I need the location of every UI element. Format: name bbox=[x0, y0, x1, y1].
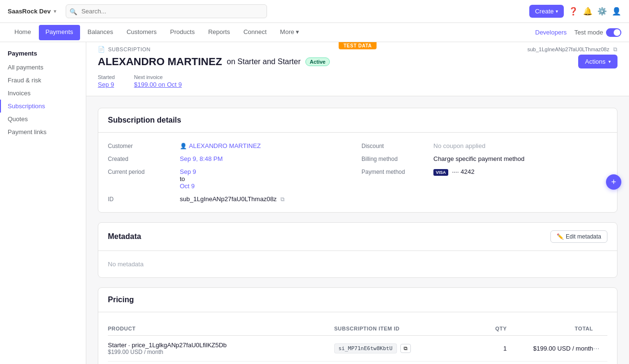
main-content: TEST DATA 📄 SUBSCRIPTION sub_1LgIneANp27… bbox=[86, 42, 629, 364]
details-right: Discount No coupon applied Billing metho… bbox=[361, 142, 607, 203]
pricing-si-1: si_MP71nE6tw8KbtU ⧉ bbox=[334, 336, 468, 362]
billing-method-detail: Billing method Charge specific payment m… bbox=[361, 155, 607, 162]
create-button[interactable]: Create ▾ bbox=[529, 5, 564, 18]
pricing-product-1: Starter · price_1LglkgANp27faU0LfilKZ5Db… bbox=[108, 336, 334, 362]
subscription-details-title: Subscription details bbox=[108, 116, 181, 125]
create-chevron-icon: ▾ bbox=[556, 9, 558, 14]
pricing-total-2: Varies with usage bbox=[507, 362, 593, 364]
pricing-menu-2: ··· bbox=[593, 362, 607, 364]
bell-icon[interactable]: 🔔 bbox=[583, 7, 593, 16]
pricing-qty-2 bbox=[468, 362, 507, 364]
search-input[interactable] bbox=[66, 4, 267, 18]
tab-customers[interactable]: Customers bbox=[120, 23, 163, 42]
tab-more[interactable]: More ▾ bbox=[273, 23, 306, 42]
created-detail: Created Sep 9, 8:48 PM bbox=[108, 155, 354, 162]
app-logo[interactable]: SaasRock Dev ▾ bbox=[8, 8, 56, 15]
toggle-knob bbox=[614, 29, 620, 36]
no-metadata-text: No metadata bbox=[108, 259, 143, 270]
id-copy-icon[interactable]: ⧉ bbox=[280, 196, 285, 203]
top-bar: SaasRock Dev ▾ 🔍 Create ▾ ❓ 🔔 ⚙️ 👤 bbox=[0, 0, 629, 23]
started-block: Started Sep 9 bbox=[98, 74, 115, 88]
float-add-button[interactable]: + bbox=[606, 174, 621, 190]
sidebar-title: Payments bbox=[0, 50, 86, 61]
discount-value: No coupon applied bbox=[433, 142, 485, 149]
tab-connect[interactable]: Connect bbox=[237, 23, 273, 42]
discount-label: Discount bbox=[361, 142, 433, 149]
test-mode-switch[interactable] bbox=[606, 28, 621, 37]
pricing-total-1: $199.00 USD / month bbox=[507, 336, 593, 362]
pricing-qty-1: 1 bbox=[468, 336, 507, 362]
si-badge-1: si_MP71nE6tw8KbtU bbox=[334, 343, 397, 353]
next-invoice-amount[interactable]: $199.00 on Oct 9 bbox=[134, 81, 182, 88]
layout: Payments All payments Fraud & risk Invoi… bbox=[0, 42, 629, 364]
content-area: Subscription details Customer 👤 ALEXA bbox=[86, 96, 629, 364]
search-bar: 🔍 bbox=[66, 4, 267, 18]
tab-products[interactable]: Products bbox=[163, 23, 201, 42]
subscription-details-body: Customer 👤 ALEXANDRO MARTINEZ Created bbox=[98, 133, 617, 212]
customer-label: Customer bbox=[108, 142, 180, 149]
next-invoice-label: Next invoice bbox=[134, 74, 182, 80]
pricing-more-icon-1[interactable]: ··· bbox=[593, 344, 599, 353]
payment-method-label: Payment method bbox=[361, 168, 433, 175]
tab-payments[interactable]: Payments bbox=[39, 25, 80, 40]
sidebar-item-subscriptions[interactable]: Subscriptions bbox=[0, 100, 86, 113]
gear-icon[interactable]: ⚙️ bbox=[597, 7, 607, 16]
created-link[interactable]: Sep 9, 8:48 PM bbox=[180, 155, 223, 162]
payment-method-value: VISA ···· 4242 bbox=[433, 168, 475, 175]
user-icon[interactable]: 👤 bbox=[612, 7, 621, 16]
pricing-col-qty: QTY bbox=[468, 322, 507, 336]
period-start-link[interactable]: Sep 9 bbox=[180, 168, 196, 175]
tab-home[interactable]: Home bbox=[8, 23, 38, 42]
si-copy-btn-1[interactable]: ⧉ bbox=[400, 344, 411, 353]
customer-link[interactable]: 👤 ALEXANDRO MARTINEZ bbox=[180, 142, 261, 149]
sub-title: ALEXANDRO MARTINEZ on Starter and Starte… bbox=[98, 56, 330, 68]
id-label: ID bbox=[108, 195, 180, 203]
pricing-si-2: si_MP71QKNRGFzZkJ ⧉ View usage bbox=[334, 362, 468, 364]
edit-metadata-button[interactable]: ✏️ Edit metadata bbox=[550, 230, 607, 243]
actions-chevron-icon: ▾ bbox=[608, 59, 611, 64]
developers-link[interactable]: Developers bbox=[535, 29, 567, 36]
pricing-menu-1: ··· bbox=[593, 336, 607, 362]
sidebar-item-fraud-risk[interactable]: Fraud & risk bbox=[0, 74, 86, 87]
created-value: Sep 9, 8:48 PM bbox=[180, 155, 223, 162]
sidebar-item-all-payments[interactable]: All payments bbox=[0, 61, 86, 74]
details-left: Customer 👤 ALEXANDRO MARTINEZ Created bbox=[108, 142, 354, 203]
sidebar-item-quotes[interactable]: Quotes bbox=[0, 113, 86, 125]
tab-balances[interactable]: Balances bbox=[81, 23, 120, 42]
metadata-title: Metadata bbox=[108, 232, 141, 241]
customer-detail: Customer 👤 ALEXANDRO MARTINEZ bbox=[108, 142, 354, 149]
actions-button[interactable]: Actions ▾ bbox=[578, 55, 617, 68]
sidebar-item-payment-links[interactable]: Payment links bbox=[0, 125, 86, 138]
discount-detail: Discount No coupon applied bbox=[361, 142, 607, 149]
subscription-label: 📄 SUBSCRIPTION bbox=[98, 46, 151, 53]
sub-id-copy-icon[interactable]: ⧉ bbox=[613, 46, 617, 53]
customer-value: 👤 ALEXANDRO MARTINEZ bbox=[180, 142, 261, 149]
pricing-title: Pricing bbox=[108, 296, 134, 304]
pricing-row-1: Starter · price_1LglkgANp27faU0LfilKZ5Db… bbox=[108, 336, 607, 362]
next-invoice-block: Next invoice $199.00 on Oct 9 bbox=[134, 74, 182, 88]
subscription-plan-text: on Starter and Starter bbox=[227, 57, 301, 66]
test-data-badge: TEST DATA bbox=[338, 42, 376, 49]
nav-right: Developers Test mode bbox=[535, 28, 621, 37]
sidebar-item-invoices[interactable]: Invoices bbox=[0, 87, 86, 100]
id-detail: ID sub_1LgIneANp27faU0LThmaz08z ⧉ bbox=[108, 195, 354, 203]
test-mode-toggle[interactable]: Test mode bbox=[574, 28, 621, 37]
current-period-label: Current period bbox=[108, 168, 180, 175]
started-label: Started bbox=[98, 74, 115, 80]
edit-icon: ✏️ bbox=[557, 233, 564, 240]
pricing-header: Pricing bbox=[98, 288, 617, 312]
pricing-table: PRODUCT SUBSCRIPTION ITEM ID QTY TOTAL S… bbox=[108, 322, 607, 364]
pricing-col-total: TOTAL bbox=[507, 322, 593, 336]
id-value: sub_1LgIneANp27faU0LThmaz08z ⧉ bbox=[180, 195, 285, 203]
subscription-details-header: Subscription details bbox=[98, 108, 617, 133]
subscription-details-section: Subscription details Customer 👤 ALEXA bbox=[98, 108, 617, 213]
tab-reports[interactable]: Reports bbox=[201, 23, 237, 42]
metadata-section: Metadata ✏️ Edit metadata No metadata bbox=[98, 222, 617, 278]
period-end-link[interactable]: Oct 9 bbox=[180, 182, 196, 190]
started-date[interactable]: Sep 9 bbox=[98, 81, 114, 88]
invoice-info: Started Sep 9 Next invoice $199.00 on Oc… bbox=[86, 74, 629, 96]
help-icon[interactable]: ❓ bbox=[569, 7, 578, 16]
visa-badge: VISA bbox=[433, 169, 448, 176]
pricing-body: PRODUCT SUBSCRIPTION ITEM ID QTY TOTAL S… bbox=[98, 312, 617, 364]
pricing-col-si-id: SUBSCRIPTION ITEM ID bbox=[334, 322, 468, 336]
